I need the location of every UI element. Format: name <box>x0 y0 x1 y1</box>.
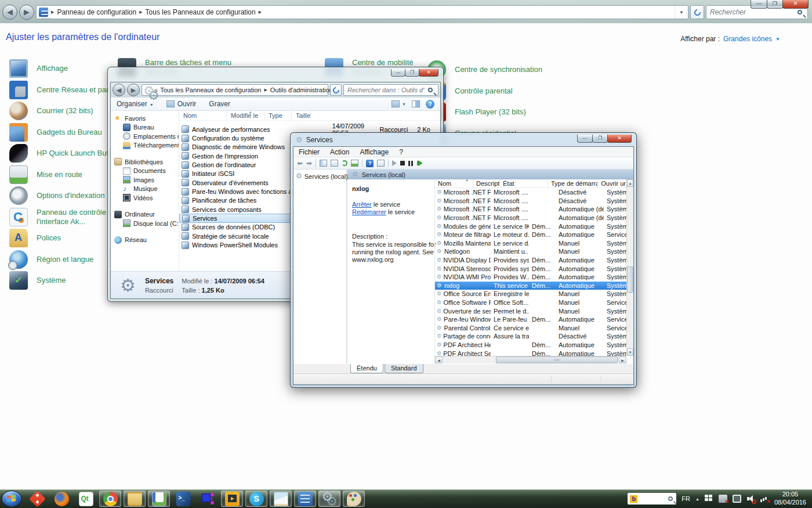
forward-button[interactable]: ▶ <box>127 84 140 96</box>
display-tray-icon[interactable] <box>733 495 741 503</box>
views-button[interactable]: ▼ <box>392 100 406 107</box>
minimize-button[interactable]: — <box>391 69 405 77</box>
back-icon[interactable]: ⬅ <box>297 159 303 167</box>
column-header[interactable]: Type de démarrage <box>548 179 598 188</box>
sidebar-item[interactable]: Téléchargements <box>111 141 179 150</box>
forward-button[interactable]: ▶ <box>19 5 34 20</box>
taskbar-app-button[interactable] <box>50 491 72 507</box>
search-input[interactable] <box>344 87 428 93</box>
close-button[interactable]: ✕ <box>782 0 809 9</box>
taskbar-app-button[interactable] <box>124 491 146 507</box>
service-row[interactable]: ⚙Microsoft .NET Fr... Microsoft .... Aut… <box>435 214 626 222</box>
scrollbar-thumb[interactable] <box>627 266 633 293</box>
column-header[interactable]: Taille <box>292 111 311 120</box>
control-panel-item[interactable]: Centre de synchronisation <box>427 59 553 81</box>
taskbar-app-button[interactable] <box>26 491 48 507</box>
service-row[interactable]: ⚙Pare-feu Windows Le Pare-feu ... Dém...… <box>435 315 626 324</box>
breadcrumb-item[interactable]: Panneau de configuration <box>57 8 136 16</box>
service-row[interactable]: ⚙Mozilla Maintena... Le service d... Man… <box>435 239 626 248</box>
maximize-button[interactable]: ❐ <box>592 135 608 143</box>
sidebar-item[interactable]: Vidéos <box>111 193 179 203</box>
scrollbar-thumb[interactable] <box>496 356 618 363</box>
scroll-left-icon[interactable]: ◀ <box>435 356 443 363</box>
control-panel-item[interactable]: Flash Player (32 bits) <box>427 102 553 123</box>
breadcrumb-item[interactable]: Tous les Panneaux de configuration <box>146 8 256 16</box>
menu-item[interactable]: Affichage <box>354 148 394 156</box>
column-header[interactable]: Type <box>264 111 292 120</box>
service-row[interactable]: ⚙Modules de génér... Le service IK... Dé… <box>435 222 626 230</box>
column-header[interactable]: Ouvrir ur <box>598 179 626 188</box>
taskbar-app-button[interactable] <box>197 491 219 507</box>
service-row[interactable]: ⚙Netlogon Maintient u... Manuel Système <box>435 247 626 256</box>
sidebar-item[interactable]: Emplacements récen <box>111 132 179 141</box>
menu-item[interactable]: ? <box>394 148 408 156</box>
sidebar-item[interactable]: Bibliothèques <box>111 157 179 167</box>
taskbar-app-button[interactable] <box>75 491 97 507</box>
update-alert-icon[interactable] <box>719 495 727 503</box>
control-panel-item[interactable]: Contrôle parental <box>427 81 553 102</box>
sidebar-item[interactable]: Musique <box>111 185 179 194</box>
properties-icon[interactable] <box>377 160 385 167</box>
breadcrumb-item[interactable]: Tous les Panneaux de configuration <box>160 87 261 93</box>
service-row[interactable]: ⚙Moteur de filtrage... Le moteur d... Dé… <box>435 230 626 239</box>
service-row[interactable]: ⚙Microsoft .NET Fr... Microsoft .... Dés… <box>435 188 626 197</box>
breadcrumb-item[interactable]: Outils d'administration <box>270 87 333 93</box>
forward-icon[interactable]: ➡ <box>306 159 312 167</box>
open-button[interactable]: Ouvrir <box>166 100 197 108</box>
search-input[interactable] <box>706 8 798 16</box>
sidebar-item[interactable]: Réseau <box>111 236 179 245</box>
language-indicator[interactable]: FR <box>682 495 690 502</box>
service-row[interactable]: ⚙nxlog This service ... Dém... Automatiq… <box>435 282 626 290</box>
breadcrumb[interactable]: ▶ Panneau de configuration ▶ Tous les Pa… <box>36 5 688 19</box>
service-row[interactable]: ⚙NVIDIA Stereosco... Provides sys... Dém… <box>435 264 626 273</box>
view-tab[interactable]: Étendu <box>350 364 383 373</box>
horizontal-scrollbar[interactable]: ◀ ▶ <box>435 356 626 363</box>
maximize-button[interactable]: ❐ <box>405 69 419 77</box>
scroll-down-icon[interactable]: ▼ <box>627 348 633 356</box>
column-header[interactable]: État <box>500 179 548 188</box>
help-button[interactable]: ? <box>426 100 434 109</box>
service-row[interactable]: ⚙PDF Architect Hel... Dém... Automatique… <box>435 341 626 350</box>
service-row[interactable]: ⚙Parental Controls Ce service e... Manue… <box>435 324 626 333</box>
scroll-right-icon[interactable]: ▶ <box>619 356 626 363</box>
start-service-icon[interactable] <box>392 160 397 166</box>
view-by-caret-icon[interactable]: ▼ <box>775 37 780 42</box>
help-icon[interactable]: ? <box>366 160 374 167</box>
restart-service-icon[interactable] <box>418 160 423 166</box>
explorer-title-bar[interactable]: — ❐ ✕ <box>108 67 443 82</box>
menu-item[interactable]: Action <box>325 148 354 156</box>
taskbar-app-button[interactable] <box>270 491 292 507</box>
start-button[interactable] <box>2 491 21 507</box>
taskbar-app-button[interactable] <box>245 491 267 507</box>
service-row[interactable]: ⚙PDF Architect Serv... Dém... Automatiqu… <box>435 349 626 356</box>
restore-button[interactable]: ❐ <box>767 0 783 9</box>
minimize-button[interactable]: — <box>751 0 767 9</box>
sidebar-item[interactable]: Bureau <box>111 123 179 132</box>
taskbar-app-button[interactable] <box>318 491 340 507</box>
service-row[interactable]: ⚙Office Source Eng... Enregistre le... M… <box>435 290 626 298</box>
column-header[interactable]: Modifié le <box>227 111 264 120</box>
taskbar-app-button[interactable] <box>148 491 170 507</box>
export-list-icon[interactable] <box>331 160 338 167</box>
column-header[interactable]: Nom <box>179 111 227 120</box>
service-row[interactable]: ⚙Office Software Pr... Office Soft... Ma… <box>435 298 626 307</box>
breadcrumb[interactable]: « Tous les Panneaux de configuration ▶ O… <box>142 84 328 96</box>
taskbar-app-button[interactable] <box>99 491 121 507</box>
service-row[interactable]: ⚙Partage de connex... Assure la tra... D… <box>435 332 626 341</box>
preview-pane-button[interactable] <box>412 100 420 107</box>
back-button[interactable]: ◀ <box>113 84 125 96</box>
refresh-icon[interactable] <box>342 160 347 166</box>
taskbar-app-button[interactable] <box>294 491 316 507</box>
refresh-button[interactable] <box>690 5 704 19</box>
stop-service-link[interactable]: Arrêter <box>352 201 372 208</box>
stop-service-icon[interactable] <box>400 161 405 165</box>
service-row[interactable]: ⚙NVIDIA Display Dri... Provides sys... D… <box>435 256 626 265</box>
vertical-scrollbar[interactable]: ▲ ▼ <box>626 179 633 356</box>
service-row[interactable]: ⚙Microsoft .NET Fr... Microsoft .... Dés… <box>435 197 626 206</box>
pause-service-icon[interactable] <box>408 161 413 166</box>
minimize-button[interactable]: — <box>577 135 593 143</box>
view-tab[interactable]: Standard <box>385 364 423 373</box>
close-button[interactable]: ✕ <box>607 135 632 143</box>
taskbar-app-button[interactable] <box>221 491 243 507</box>
close-button[interactable]: ✕ <box>419 69 438 77</box>
